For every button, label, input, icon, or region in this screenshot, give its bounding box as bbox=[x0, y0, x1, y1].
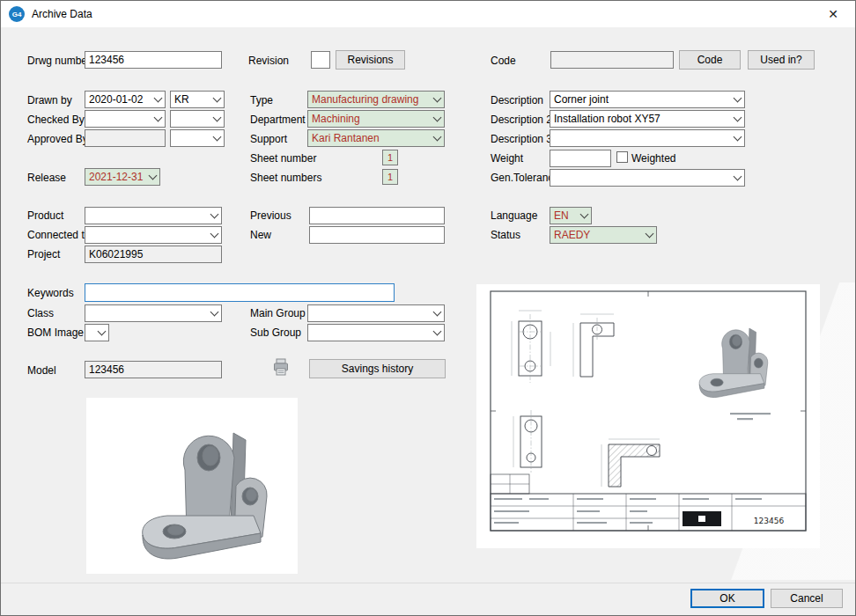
chevron-down-icon bbox=[431, 130, 444, 146]
chevron-down-icon bbox=[431, 92, 444, 107]
drwg-number-label: Drwg number bbox=[27, 55, 91, 67]
chevron-down-icon bbox=[431, 305, 444, 321]
drawn-by-initials-combo[interactable]: KR bbox=[170, 91, 225, 108]
chevron-down-icon bbox=[208, 208, 221, 224]
new-label: New bbox=[250, 229, 271, 241]
chevron-down-icon bbox=[643, 227, 656, 243]
dialog-body: Drwg number Revision Revisions Code Code… bbox=[1, 27, 855, 615]
titlebar: G4 Archive Data ✕ bbox=[1, 1, 855, 27]
used-in-button[interactable]: Used in? bbox=[748, 50, 815, 70]
window-title: Archive Data bbox=[32, 8, 812, 20]
product-label: Product bbox=[27, 209, 63, 222]
class-combo[interactable] bbox=[85, 304, 222, 322]
project-label: Project bbox=[27, 248, 60, 260]
weighted-label: Weighted bbox=[631, 152, 675, 165]
language-label: Language bbox=[491, 209, 537, 222]
chevron-down-icon bbox=[95, 325, 108, 341]
product-combo[interactable] bbox=[85, 207, 222, 224]
sheet-numbers-field[interactable]: 1 bbox=[382, 169, 398, 185]
close-button[interactable]: ✕ bbox=[819, 3, 847, 26]
model-label: Model bbox=[27, 364, 56, 377]
revision-input[interactable] bbox=[311, 51, 330, 69]
model-field[interactable] bbox=[85, 361, 222, 378]
release-combo[interactable]: 2021-12-31 bbox=[85, 168, 160, 186]
chevron-down-icon bbox=[210, 130, 224, 146]
chevron-down-icon bbox=[208, 227, 221, 243]
code-input[interactable] bbox=[550, 51, 674, 69]
description3-label: Description 3 bbox=[491, 133, 552, 145]
approved-by-initials-combo[interactable] bbox=[170, 129, 225, 147]
chevron-down-icon bbox=[731, 130, 744, 146]
close-icon: ✕ bbox=[828, 7, 838, 21]
bom-image-combo[interactable] bbox=[85, 324, 109, 341]
description3-combo[interactable] bbox=[550, 129, 745, 147]
chevron-down-icon bbox=[731, 92, 744, 107]
weighted-checkbox[interactable] bbox=[616, 151, 628, 163]
type-label: Type bbox=[250, 94, 273, 106]
cancel-button[interactable]: Cancel bbox=[771, 589, 843, 608]
code-button[interactable]: Code bbox=[679, 50, 741, 70]
drwg-number-input[interactable] bbox=[85, 51, 222, 69]
chevron-down-icon bbox=[431, 111, 444, 127]
new-input[interactable] bbox=[309, 226, 445, 244]
chevron-down-icon bbox=[208, 305, 221, 321]
chevron-down-icon bbox=[731, 170, 744, 186]
release-label: Release bbox=[27, 172, 66, 184]
chevron-down-icon bbox=[431, 325, 444, 341]
sub-group-label: Sub Group bbox=[250, 326, 301, 339]
keywords-input[interactable] bbox=[85, 283, 395, 302]
previous-input[interactable] bbox=[309, 207, 445, 224]
description-label: Description bbox=[491, 94, 543, 106]
class-label: Class bbox=[27, 307, 54, 319]
code-label: Code bbox=[491, 55, 516, 67]
gen-tolerances-combo[interactable] bbox=[550, 169, 745, 187]
revisions-button[interactable]: Revisions bbox=[336, 50, 405, 70]
department-combo[interactable]: Machining bbox=[307, 110, 445, 128]
chevron-down-icon bbox=[210, 92, 224, 107]
footer-separator bbox=[1, 583, 855, 583]
department-label: Department bbox=[250, 114, 306, 126]
sub-group-combo[interactable] bbox=[307, 324, 445, 341]
main-group-combo[interactable] bbox=[307, 304, 445, 322]
chevron-down-icon bbox=[151, 111, 165, 127]
type-combo[interactable]: Manufacturing drawing bbox=[307, 91, 445, 108]
drawn-by-date-combo[interactable]: 2020-01-02 bbox=[85, 91, 166, 108]
weight-label: Weight bbox=[491, 152, 523, 165]
connected-to-label: Connected to bbox=[27, 229, 90, 241]
drawing-preview-image: 123456 bbox=[476, 284, 820, 548]
checked-by-date-combo[interactable] bbox=[85, 110, 166, 128]
chevron-down-icon bbox=[210, 111, 224, 127]
archive-data-dialog: G4 Archive Data ✕ Drwg number Revision R… bbox=[0, 0, 856, 616]
approved-by-date-field[interactable] bbox=[85, 129, 166, 147]
bom-image-label: BOM Image bbox=[27, 326, 84, 339]
sheet-numbers-label: Sheet numbers bbox=[250, 172, 321, 184]
main-group-label: Main Group bbox=[250, 307, 306, 319]
support-combo[interactable]: Kari Rantanen bbox=[307, 129, 445, 147]
chevron-down-icon bbox=[731, 111, 744, 127]
description-combo[interactable]: Corner joint bbox=[550, 91, 745, 108]
sheet-number-field[interactable]: 1 bbox=[382, 150, 398, 165]
chevron-down-icon bbox=[578, 208, 591, 224]
chevron-down-icon bbox=[151, 92, 165, 107]
checked-by-label: Checked By bbox=[27, 114, 85, 126]
weight-input[interactable] bbox=[550, 150, 611, 167]
printer-icon[interactable] bbox=[272, 357, 290, 377]
ok-button[interactable]: OK bbox=[690, 589, 764, 608]
connected-to-combo[interactable] bbox=[85, 226, 222, 244]
language-combo[interactable]: EN bbox=[550, 207, 592, 224]
approved-by-label: Approved By bbox=[27, 133, 88, 145]
revision-label: Revision bbox=[248, 55, 289, 67]
project-field[interactable] bbox=[85, 246, 222, 263]
keywords-label: Keywords bbox=[27, 287, 74, 299]
checked-by-initials-combo[interactable] bbox=[170, 110, 225, 128]
description2-label: Description 2 bbox=[491, 114, 552, 126]
status-label: Status bbox=[491, 229, 520, 241]
status-combo[interactable]: RAEDY bbox=[550, 226, 657, 244]
previous-label: Previous bbox=[250, 209, 291, 222]
drawing-number-text: 123456 bbox=[754, 517, 785, 525]
drawn-by-label: Drawn by bbox=[27, 94, 72, 106]
support-label: Support bbox=[250, 133, 287, 145]
description2-combo[interactable]: Installation robot XY57 bbox=[550, 110, 745, 128]
model-3d-image bbox=[86, 398, 298, 574]
savings-history-button[interactable]: Savings history bbox=[309, 359, 446, 378]
